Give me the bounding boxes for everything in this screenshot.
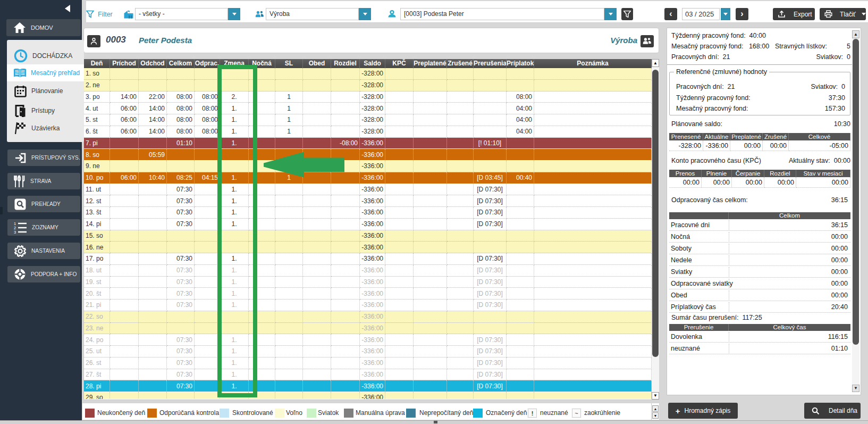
svg-text:3: 3: [14, 230, 16, 234]
